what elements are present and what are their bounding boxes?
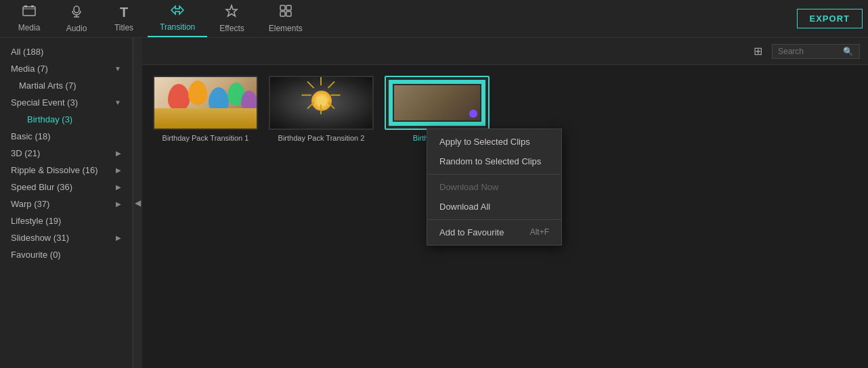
chevron-right-icon: ▶: [116, 200, 121, 208]
chevron-right-icon: ▶: [116, 150, 121, 157]
svg-line-11: [328, 82, 334, 88]
ctx-add-favourite[interactable]: Add to Favourite Alt+F: [427, 223, 561, 242]
search-box: 🔍: [772, 44, 860, 59]
nav-elements-label: Elements: [269, 24, 303, 33]
collapse-icon: ◀: [135, 198, 141, 208]
chevron-down-icon: ▼: [114, 99, 121, 106]
nav-effects[interactable]: Effects: [207, 0, 256, 37]
sidebar-item-speed-blur[interactable]: Speed Blur (36) ▶: [0, 179, 132, 196]
item-label-1: Birthday Pack Transition 1: [162, 134, 249, 142]
grid-item-1[interactable]: Birthday Pack Transition 1: [153, 76, 258, 357]
nav-audio-label: Audio: [66, 24, 87, 33]
grid-icon: ⊞: [754, 45, 762, 57]
thumbnail-2: [269, 76, 374, 130]
nav-titles[interactable]: T Titles: [100, 1, 148, 37]
item-label-2: Birthday Pack Transition 2: [278, 134, 365, 142]
sidebar-item-birthday[interactable]: Birthday (3): [0, 111, 132, 128]
context-menu: Apply to Selected Clips Random to Select…: [427, 129, 562, 246]
nav-titles-label: Titles: [114, 23, 133, 32]
collapse-panel-button[interactable]: ◀: [133, 38, 142, 368]
audio-icon: [70, 4, 83, 21]
nav-media[interactable]: Media: [5, 1, 53, 37]
sidebar-item-warp[interactable]: Warp (37) ▶: [0, 196, 132, 212]
svg-rect-9: [286, 12, 291, 16]
nav-effects-label: Effects: [219, 24, 244, 33]
sidebar-item-all[interactable]: All (188): [0, 43, 132, 60]
sidebar-item-special-event[interactable]: Special Event (3) ▼: [0, 94, 132, 111]
nav-transition[interactable]: Transition: [148, 0, 207, 37]
svg-rect-8: [280, 12, 285, 16]
top-nav: Media Audio T Titles Transition Effects …: [0, 0, 868, 38]
titles-icon: T: [120, 5, 128, 20]
svg-rect-2: [31, 5, 34, 7]
svg-line-13: [328, 102, 334, 109]
ctx-download-all[interactable]: Download All: [427, 197, 561, 216]
thumbnail-3: [385, 76, 490, 130]
thumbnail-1: [153, 76, 258, 130]
sidebar-item-basic[interactable]: Basic (18): [0, 128, 132, 145]
search-input[interactable]: [778, 47, 839, 56]
svg-rect-1: [24, 5, 27, 7]
context-menu-separator-2: [427, 219, 561, 220]
sidebar-item-slideshow[interactable]: Slideshow (31) ▶: [0, 229, 132, 246]
svg-point-3: [74, 6, 79, 13]
svg-rect-7: [286, 5, 291, 10]
sidebar-item-martial-arts[interactable]: Martial Arts (7): [0, 77, 132, 94]
sidebar-item-lifestyle[interactable]: Lifestyle (19): [0, 212, 132, 229]
svg-line-15: [307, 102, 314, 109]
chevron-down-icon: ▼: [114, 65, 121, 72]
ctx-download-now: Download Now: [427, 177, 561, 197]
ctx-apply-selected[interactable]: Apply to Selected Clips: [427, 132, 561, 152]
nav-elements[interactable]: Elements: [257, 0, 315, 37]
grid-view-button[interactable]: ⊞: [750, 43, 766, 59]
chevron-right-icon: ▶: [116, 183, 121, 191]
transition-icon: [170, 4, 185, 20]
nav-transition-label: Transition: [160, 22, 195, 32]
grid-item-2[interactable]: Birthday Pack Transition 2: [269, 76, 374, 357]
media-icon: [22, 5, 36, 20]
svg-rect-6: [280, 5, 285, 10]
chevron-right-icon: ▶: [116, 234, 121, 242]
sidebar-item-ripple[interactable]: Ripple & Dissolve (16) ▶: [0, 162, 132, 179]
search-icon: 🔍: [843, 47, 853, 56]
nav-audio[interactable]: Audio: [53, 0, 100, 37]
sidebar: All (188) Media (7) ▼ Martial Arts (7) S…: [0, 38, 133, 368]
sidebar-item-favourite[interactable]: Favourite (0): [0, 246, 132, 263]
effects-icon: [225, 4, 238, 21]
content-toolbar: ⊞ 🔍: [142, 38, 868, 65]
svg-line-17: [307, 82, 314, 88]
context-menu-separator-1: [427, 174, 561, 175]
sidebar-item-3d[interactable]: 3D (21) ▶: [0, 145, 132, 162]
sidebar-item-media[interactable]: Media (7) ▼: [0, 60, 132, 77]
ctx-random-selected[interactable]: Random to Selected Clips: [427, 152, 561, 171]
export-button[interactable]: EXPORT: [797, 9, 863, 28]
svg-rect-0: [23, 7, 35, 16]
chevron-right-icon: ▶: [116, 166, 121, 174]
nav-media-label: Media: [18, 23, 41, 32]
elements-icon: [279, 4, 292, 21]
